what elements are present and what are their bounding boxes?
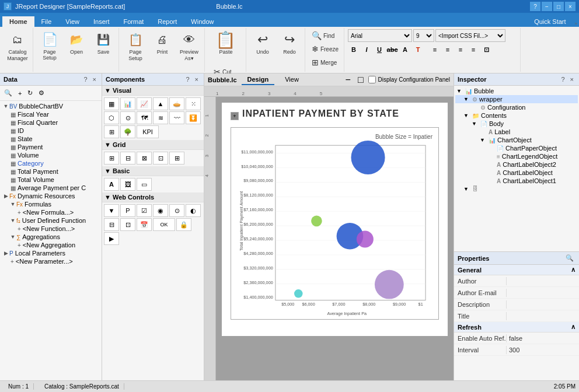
comp-kpi[interactable]: KPI — [137, 125, 159, 138]
page-setup-btn[interactable]: 📋 PageSetup — [123, 29, 148, 64]
print-btn[interactable]: 🖨 Print — [149, 29, 175, 57]
redo-btn[interactable]: ↪ Redo — [277, 29, 302, 57]
props-row-description[interactable]: Description — [454, 299, 579, 310]
tree-local-params[interactable]: ▶ P Local Parameters — [1, 249, 100, 257]
comp-dropdown[interactable]: ◐ — [186, 204, 201, 217]
data-settings-btn[interactable]: ⚙ — [36, 88, 47, 99]
comp-scatter[interactable]: ⁙ — [186, 97, 201, 110]
data-add-btn[interactable]: + — [16, 88, 24, 99]
comp-radar[interactable]: ⬡ — [104, 111, 119, 124]
data-panel-close[interactable]: × — [91, 75, 98, 83]
inspector-help[interactable]: ? — [559, 75, 566, 83]
tree-total-volume[interactable]: ▦ Total Volume — [1, 176, 100, 184]
tree-fiscal-quarter[interactable]: ▦ Fiscal Quarter — [1, 118, 100, 127]
inspector-chartpaperobj[interactable]: 📄 ChartPaperObject — [455, 144, 578, 152]
inspector-chartlabelobj2[interactable]: A ChartLabelObject2 — [455, 160, 578, 169]
open-btn[interactable]: 📂 Open — [64, 29, 89, 57]
props-row-author[interactable]: Author — [454, 275, 579, 287]
comp-grid5[interactable]: ⊞ — [169, 152, 184, 164]
tree-state[interactable]: ▦ State — [1, 135, 100, 143]
props-row-author-email[interactable]: Author E-mail — [454, 287, 579, 299]
freeze-btn[interactable]: ❄ Freeze — [309, 43, 341, 55]
tab-home[interactable]: Home — [2, 16, 34, 27]
align-left-btn[interactable]: ≡ — [429, 44, 441, 55]
comp-media[interactable]: ▶ — [104, 232, 119, 245]
canvas-minimize-btn[interactable]: − — [343, 75, 353, 85]
comp-table[interactable]: ▦ — [104, 97, 119, 110]
tree-volume[interactable]: ▦ Volume — [1, 151, 100, 159]
comp-slider[interactable]: ⊟ — [104, 218, 119, 231]
props-group-general[interactable]: General ∧ — [454, 265, 579, 275]
tree-new-aggregation[interactable]: + <New Aggregation — [1, 241, 100, 249]
tree-new-formula[interactable]: + <New Formula...> — [1, 208, 100, 216]
css-file-select[interactable]: <Import CSS Fil...> — [435, 29, 505, 42]
comp-section-grid[interactable]: ▼ Grid — [102, 140, 204, 150]
props-row-autorefresh[interactable]: Enable Auto Ref... false — [454, 332, 579, 344]
highlight-btn[interactable]: A — [399, 44, 411, 55]
underline-btn[interactable]: U — [374, 44, 385, 55]
comp-shape[interactable]: ▭ — [137, 178, 152, 191]
comp-section-basic[interactable]: ▼ Basic — [102, 166, 204, 176]
data-refresh-btn[interactable]: ↻ — [25, 88, 35, 99]
tree-new-function[interactable]: + <New Function...> — [1, 225, 100, 233]
save-btn[interactable]: 💾 Save — [90, 29, 116, 57]
inspector-close[interactable]: × — [568, 75, 575, 83]
canvas-maximize-btn[interactable]: □ — [355, 75, 366, 85]
comp-treemap[interactable]: 🌳 — [120, 125, 135, 138]
comp-area-chart[interactable]: ▲ — [153, 97, 168, 110]
comp-pie-chart[interactable]: 🥧 — [169, 97, 184, 110]
comp-checkbox[interactable]: ☑ — [137, 204, 152, 217]
paste-btn[interactable]: 📋 Paste — [211, 29, 240, 64]
comp-lock[interactable]: 🔒 — [176, 218, 191, 231]
comp-filter[interactable]: ▼ — [104, 204, 119, 217]
inspector-label[interactable]: A Label — [455, 128, 578, 136]
comp-map[interactable]: 🗺 — [137, 111, 152, 124]
inspector-chartlabelobj[interactable]: A ChartLabelObject — [455, 169, 578, 177]
bold-btn[interactable]: B — [348, 44, 360, 55]
inspector-wrapper[interactable]: ▼ ⚙ wrapper — [455, 95, 578, 103]
close-btn[interactable]: × — [565, 2, 575, 11]
properties-search[interactable]: 🔍 — [564, 254, 575, 262]
merge-btn[interactable]: ⊞ Merge — [309, 56, 341, 69]
props-group-refresh[interactable]: Refresh ∧ — [454, 322, 579, 332]
inspector-datasource[interactable]: ▼ 🗄 — [455, 185, 578, 192]
text-color-btn[interactable]: T — [412, 44, 424, 55]
comp-spinner[interactable]: ⊙ — [169, 204, 184, 217]
align-justify-btn[interactable]: ≡ — [468, 44, 479, 55]
props-row-interval[interactable]: Interval 300 — [454, 344, 579, 356]
comp-gauge[interactable]: ⊙ — [120, 111, 135, 124]
tab-insert[interactable]: Insert — [86, 16, 117, 27]
inspector-chartlabelobj1[interactable]: A ChartLabelObject1 — [455, 177, 578, 185]
display-config-check[interactable] — [368, 76, 376, 83]
undo-btn[interactable]: ↩ Undo — [250, 29, 275, 57]
comp-ok[interactable]: OK — [153, 218, 175, 231]
comp-image[interactable]: 🖼 — [120, 178, 135, 191]
inspector-chartobject[interactable]: ▼ 📊 ChartObject — [455, 136, 578, 144]
tree-bv-bubblechartbv[interactable]: ▼ BV BubbleChartBV — [1, 102, 100, 110]
tree-payment[interactable]: ▦ Payment — [1, 143, 100, 151]
preview-btn[interactable]: 👁 PreviewAs▾ — [176, 29, 202, 64]
strikethrough-btn[interactable]: abc — [386, 44, 398, 55]
font-family-select[interactable]: Arial — [348, 29, 412, 42]
minimize-btn[interactable]: − — [542, 2, 552, 11]
tree-category[interactable]: ▦ Category — [1, 159, 100, 167]
border-btn[interactable]: ⊡ — [480, 44, 492, 55]
tree-aggregations[interactable]: ▼ ∑ Aggregations — [1, 233, 100, 241]
font-size-select[interactable]: 9 — [413, 29, 434, 42]
tab-format[interactable]: Format — [116, 16, 151, 27]
inspector-chartlegendobj[interactable]: ≡ ChartLegendObject — [455, 152, 578, 160]
inspector-bubble[interactable]: ▼ 📊 Bubble — [455, 87, 578, 95]
tab-file[interactable]: File — [34, 16, 59, 27]
align-right-btn[interactable]: ≡ — [455, 44, 466, 55]
ribbon-scroll[interactable]: » — [573, 20, 579, 27]
new-btn[interactable]: 📄 Page Setup — [37, 29, 62, 63]
canvas-tab-view[interactable]: View — [279, 75, 305, 85]
comp-funnel[interactable]: ⏬ — [186, 111, 201, 124]
props-row-title[interactable]: Title — [454, 310, 579, 322]
tab-view[interactable]: View — [58, 16, 86, 27]
comp-button[interactable]: ⊡ — [120, 218, 135, 231]
comp-waterfall[interactable]: ≋ — [153, 111, 168, 124]
data-search-btn[interactable]: 🔍 — [2, 88, 15, 99]
tree-fiscal-year[interactable]: ▦ Fiscal Year — [1, 110, 100, 118]
comp-grid1[interactable]: ⊞ — [104, 152, 119, 164]
